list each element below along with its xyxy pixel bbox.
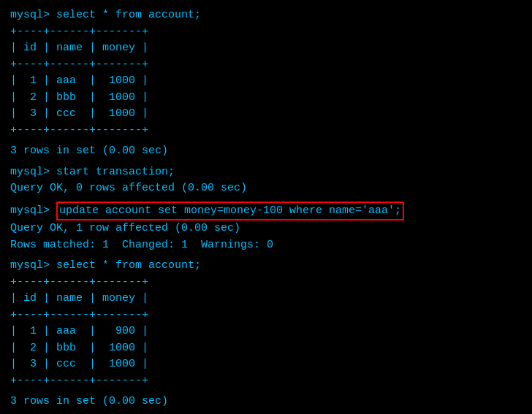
blank-line <box>10 410 522 415</box>
terminal-line: | 1 | aaa | 900 | <box>10 323 522 340</box>
terminal-line: +----+------+-------+ <box>10 123 522 139</box>
terminal-line: 3 rows in set (0.00 sec) <box>10 394 522 410</box>
prompt: mysql> <box>10 258 56 275</box>
terminal-line: +----+------+-------+ <box>10 307 522 324</box>
terminal-line: mysql> update account set money=money-10… <box>10 202 522 221</box>
command: select * from account; <box>56 258 201 275</box>
terminal-line: | 2 | bbb | 1000 | <box>10 340 522 357</box>
terminal-line: | id | name | money | <box>10 40 522 57</box>
terminal-line: +----+------+-------+ <box>10 275 522 291</box>
terminal-line: +----+------+-------+ <box>10 57 522 74</box>
terminal-line: | 2 | bbb | 1000 | <box>10 90 522 107</box>
highlighted-command: update account set money=money-100 where… <box>56 202 404 221</box>
terminal-line: | 3 | ccc | 1000 | <box>10 106 522 123</box>
command: start transaction; <box>56 164 175 181</box>
terminal-line: mysql> select * from account; <box>10 7 522 24</box>
terminal-line: Query OK, 0 rows affected (0.00 sec) <box>10 180 522 197</box>
terminal-line: | 1 | aaa | 1000 | <box>10 73 522 90</box>
terminal-line: mysql> start transaction; <box>10 164 522 181</box>
terminal-window: mysql> select * from account;+----+-----… <box>0 0 532 414</box>
prompt: mysql> <box>10 7 56 24</box>
terminal-line: +----+------+-------+ <box>10 24 522 41</box>
terminal-line: Query OK, 1 row affected (0.00 sec) <box>10 221 522 237</box>
terminal-line: 3 rows in set (0.00 sec) <box>10 143 522 160</box>
prompt: mysql> <box>10 203 56 220</box>
terminal-line: | 3 | ccc | 1000 | <box>10 356 522 373</box>
terminal-line: Rows matched: 1 Changed: 1 Warnings: 0 <box>10 237 522 254</box>
terminal-line: mysql> select * from account; <box>10 258 522 275</box>
terminal-line: +----+------+-------+ <box>10 373 522 390</box>
terminal-line: | id | name | money | <box>10 291 522 307</box>
command: select * from account; <box>56 7 201 24</box>
prompt: mysql> <box>10 164 56 181</box>
